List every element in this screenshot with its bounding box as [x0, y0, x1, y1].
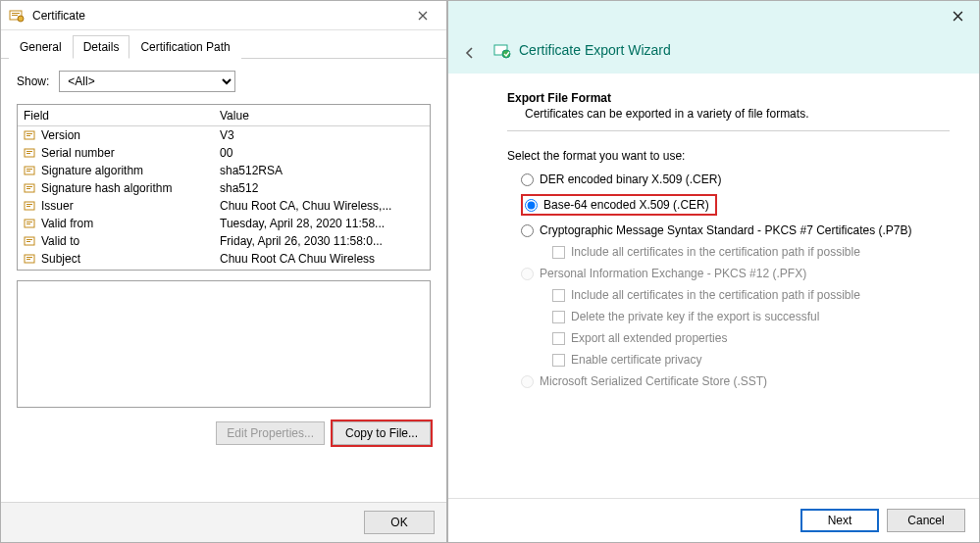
ok-button[interactable]: OK	[364, 511, 435, 534]
radio-sst-input	[521, 375, 534, 388]
radio-pkcs7-label: Cryptographic Message Syntax Standard - …	[540, 223, 912, 237]
table-row[interactable]: VersionV3	[18, 126, 430, 144]
checkbox-icon	[552, 311, 565, 323]
field-value: sha512	[214, 181, 430, 195]
wizard-title: Certificate Export Wizard	[519, 42, 671, 58]
field-value: Tuesday, April 28, 2020 11:58...	[214, 217, 430, 230]
checkbox-icon	[552, 354, 565, 367]
next-button[interactable]: Next	[800, 509, 879, 532]
field-name: Subject	[41, 252, 80, 266]
col-value[interactable]: Value	[214, 109, 430, 123]
table-row[interactable]: IssuerChuu Root CA, Chuu Wireless,...	[18, 197, 430, 215]
field-name: Valid from	[41, 217, 93, 230]
svg-rect-20	[26, 222, 32, 222]
titlebar: Certificate	[1, 1, 446, 30]
pkcs7-include-chain-label: Include all certificates in the certific…	[571, 245, 860, 259]
property-icon	[24, 200, 37, 212]
field-value: 00	[214, 146, 430, 160]
wizard-divider	[507, 130, 950, 131]
tab-details[interactable]: Details	[73, 35, 130, 59]
radio-base64[interactable]: Base-64 encoded X.509 (.CER)	[521, 194, 717, 216]
svg-rect-18	[26, 206, 30, 207]
property-icon	[24, 129, 37, 141]
pfx-export-ext: Export all extended properties	[552, 331, 950, 345]
button-row: Edit Properties... Copy to File...	[17, 421, 431, 445]
radio-der[interactable]: DER encoded binary X.509 (.CER)	[521, 173, 950, 186]
table-body[interactable]: VersionV3Serial number00Signature algori…	[18, 126, 430, 270]
table-header: Field Value	[18, 105, 430, 126]
table-row[interactable]: SubjectChuu Root CA Chuu Wireless	[18, 250, 430, 268]
checkbox-icon	[552, 289, 565, 302]
field-name: Serial number	[41, 146, 115, 160]
radio-der-input[interactable]	[521, 173, 534, 186]
radio-der-label: DER encoded binary X.509 (.CER)	[540, 173, 721, 186]
radio-pfx: Personal Information Exchange - PKCS #12…	[521, 267, 950, 280]
property-icon	[24, 253, 37, 265]
pfx-include-chain: Include all certificates in the certific…	[552, 288, 950, 302]
close-button[interactable]	[407, 4, 438, 27]
pfx-delete-key-label: Delete the private key if the export is …	[571, 310, 819, 323]
property-icon	[24, 235, 37, 247]
col-field[interactable]: Field	[18, 109, 214, 123]
radio-base64-input[interactable]	[525, 199, 538, 212]
property-icon	[24, 147, 37, 159]
radio-base64-label: Base-64 encoded X.509 (.CER)	[543, 198, 709, 212]
pfx-cert-privacy-label: Enable certificate privacy	[571, 353, 701, 367]
svg-rect-26	[26, 257, 32, 258]
svg-point-3	[18, 16, 24, 22]
dialog-title: Certificate	[32, 9, 407, 23]
svg-rect-1	[12, 13, 20, 14]
wizard-close-button[interactable]	[944, 5, 971, 26]
field-value: Friday, April 26, 2030 11:58:0...	[214, 234, 430, 248]
table-row[interactable]: Signature algorithmsha512RSA	[18, 162, 430, 179]
detail-value-box[interactable]	[17, 280, 431, 408]
svg-rect-2	[12, 15, 18, 16]
copy-to-file-button[interactable]: Copy to File...	[333, 421, 431, 445]
radio-sst-label: Microsoft Serialized Certificate Store (…	[540, 374, 767, 388]
wizard-body: Export File Format Certificates can be e…	[448, 74, 979, 498]
field-value: Chuu Root CA, Chuu Wireless,...	[214, 199, 430, 213]
field-name: Issuer	[41, 199, 74, 213]
cancel-button[interactable]: Cancel	[887, 509, 965, 532]
field-value: V3	[214, 128, 430, 142]
svg-rect-12	[26, 171, 30, 172]
show-row: Show: <All>	[17, 71, 431, 92]
properties-table: Field Value VersionV3Serial number00Sign…	[17, 104, 431, 271]
svg-rect-17	[26, 204, 32, 205]
svg-rect-6	[26, 135, 30, 136]
tab-general[interactable]: General	[9, 35, 73, 59]
wizard-subheading: Certificates can be exported in a variet…	[525, 107, 950, 121]
radio-pkcs7-input[interactable]	[521, 224, 534, 237]
back-button[interactable]	[454, 40, 486, 66]
svg-rect-9	[26, 153, 30, 154]
property-icon	[24, 182, 37, 194]
field-value: sha512RSA	[214, 164, 430, 177]
svg-rect-15	[26, 188, 30, 189]
radio-pfx-input	[521, 268, 534, 280]
tabs: General Details Certification Path	[1, 30, 446, 59]
show-select[interactable]: <All>	[59, 71, 235, 92]
table-row[interactable]: Signature hash algorithmsha512	[18, 179, 430, 197]
radio-pkcs7[interactable]: Cryptographic Message Syntax Standard - …	[521, 223, 950, 237]
edit-properties-button: Edit Properties...	[216, 421, 325, 445]
table-row[interactable]: Serial number00	[18, 144, 430, 162]
radio-sst: Microsoft Serialized Certificate Store (…	[521, 374, 950, 388]
property-icon	[24, 218, 37, 229]
table-row[interactable]: Valid fromTuesday, April 28, 2020 11:58.…	[18, 215, 430, 232]
svg-rect-23	[26, 239, 32, 240]
format-radio-group: DER encoded binary X.509 (.CER) Base-64 …	[521, 173, 950, 388]
details-content: Show: <All> Field Value VersionV3Serial …	[1, 59, 446, 502]
svg-rect-21	[26, 223, 30, 224]
table-row[interactable]: Valid toFriday, April 26, 2030 11:58:0..…	[18, 232, 430, 250]
svg-rect-5	[26, 133, 32, 134]
field-name: Signature hash algorithm	[41, 181, 172, 195]
pfx-cert-privacy: Enable certificate privacy	[552, 353, 950, 367]
svg-rect-24	[26, 241, 30, 242]
field-name: Version	[41, 128, 80, 142]
svg-rect-27	[26, 259, 30, 260]
tab-certification-path[interactable]: Certification Path	[129, 35, 240, 59]
checkbox-icon	[552, 332, 565, 345]
pfx-include-chain-label: Include all certificates in the certific…	[571, 288, 860, 302]
bottom-bar: OK	[1, 502, 446, 542]
show-label: Show:	[17, 74, 49, 88]
